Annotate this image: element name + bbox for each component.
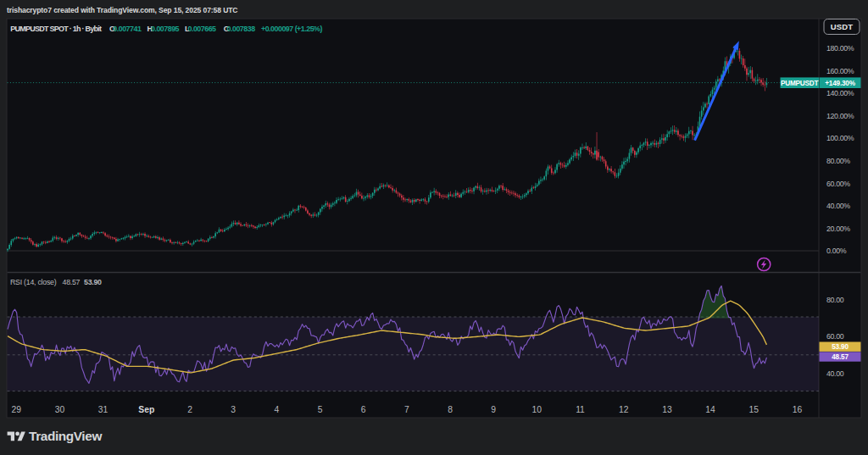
svg-text:+0.000097 (+1.25%): +0.000097 (+1.25%) xyxy=(261,25,322,33)
svg-text:29: 29 xyxy=(12,405,22,414)
svg-text:40.00%: 40.00% xyxy=(826,202,850,210)
svg-text:2: 2 xyxy=(187,405,192,414)
svg-text:3: 3 xyxy=(231,405,236,414)
svg-text:RSI (14, close): RSI (14, close) xyxy=(10,278,57,286)
svg-text:PUMPUSDT SPOT · 1h · Bybit: PUMPUSDT SPOT · 1h · Bybit xyxy=(10,25,102,33)
svg-text:+149.30%: +149.30% xyxy=(825,80,855,87)
svg-text:11: 11 xyxy=(576,405,585,414)
svg-text:160.00%: 160.00% xyxy=(826,67,854,75)
svg-text:15: 15 xyxy=(748,405,759,414)
svg-text:40.00: 40.00 xyxy=(826,369,844,378)
svg-text:0.007665: 0.007665 xyxy=(188,25,217,33)
svg-text:0.007741: 0.007741 xyxy=(113,25,142,33)
svg-text:60.00%: 60.00% xyxy=(826,180,850,188)
svg-text:20.00%: 20.00% xyxy=(826,225,850,233)
svg-text:5: 5 xyxy=(318,405,323,414)
svg-text:14: 14 xyxy=(705,405,715,414)
svg-text:4: 4 xyxy=(274,405,279,414)
svg-text:80.00%: 80.00% xyxy=(826,157,850,165)
svg-text:9: 9 xyxy=(491,405,496,414)
svg-text:53.90: 53.90 xyxy=(832,343,849,351)
svg-text:53.90: 53.90 xyxy=(84,278,102,286)
svg-text:140.00%: 140.00% xyxy=(826,89,854,97)
svg-text:0.007838: 0.007838 xyxy=(227,25,256,33)
svg-text:16: 16 xyxy=(793,405,803,414)
svg-text:6: 6 xyxy=(361,405,366,414)
svg-text:8: 8 xyxy=(448,405,453,414)
svg-text:13: 13 xyxy=(662,405,672,414)
svg-text:100.00%: 100.00% xyxy=(826,134,854,142)
svg-text:31: 31 xyxy=(98,405,108,414)
svg-text:0.00%: 0.00% xyxy=(826,247,847,255)
svg-text:180.00%: 180.00% xyxy=(826,44,854,53)
svg-text:30: 30 xyxy=(55,405,65,414)
svg-text:USDT: USDT xyxy=(831,22,854,31)
svg-text:48.57: 48.57 xyxy=(63,278,81,286)
svg-text:PUMPUSDT: PUMPUSDT xyxy=(781,80,819,87)
svg-text:TradingView: TradingView xyxy=(29,429,102,443)
svg-text:120.00%: 120.00% xyxy=(826,112,854,120)
svg-text:10: 10 xyxy=(532,405,542,414)
svg-text:0.007895: 0.007895 xyxy=(151,25,180,33)
svg-text:trishacrypto7 created with Tra: trishacrypto7 created with TradingView.c… xyxy=(7,6,237,14)
svg-text:7: 7 xyxy=(404,405,409,414)
svg-text:Sep: Sep xyxy=(138,405,154,414)
svg-text:12: 12 xyxy=(619,405,629,414)
svg-text:48.57: 48.57 xyxy=(832,353,849,361)
svg-text:60.00: 60.00 xyxy=(826,332,844,341)
svg-text:80.00: 80.00 xyxy=(826,296,844,304)
